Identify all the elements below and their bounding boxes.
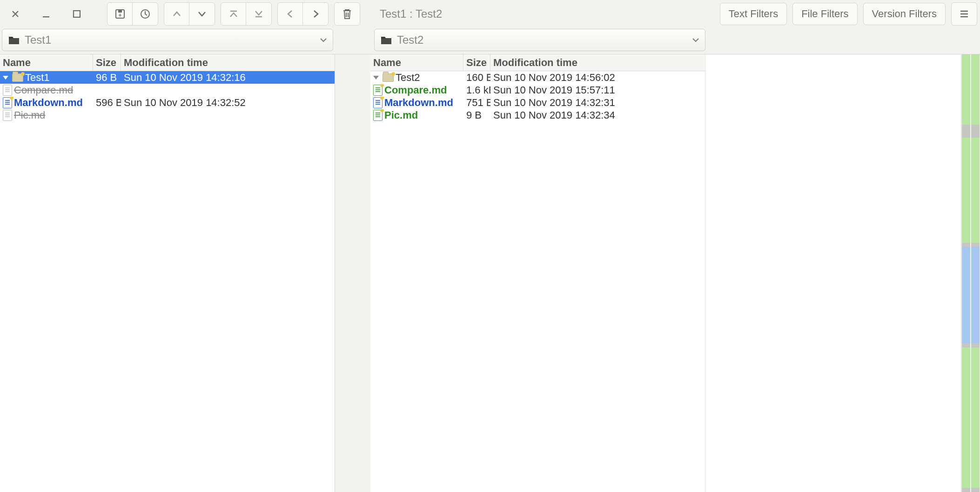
- version-filters-button[interactable]: Version Filters: [863, 3, 946, 25]
- file-name: Compare.md: [14, 84, 73, 96]
- file-icon: [3, 97, 12, 108]
- left-path-selector[interactable]: Test1: [2, 29, 333, 51]
- comparison-title: Test1 : Test2: [380, 7, 442, 20]
- maximize-button[interactable]: [64, 3, 89, 25]
- hamburger-menu-button[interactable]: [952, 3, 977, 25]
- save-group: +: [107, 2, 158, 26]
- right-header: Name Size Modification time: [370, 54, 705, 71]
- file-mtime: Sun 10 Nov 2019 14:32:34: [490, 109, 705, 121]
- new-badge-icon: [380, 84, 384, 87]
- tree-row[interactable]: Pic.md9 BSun 10 Nov 2019 14:32:34: [370, 109, 705, 121]
- diff-segment[interactable]: [971, 347, 980, 487]
- file-mtime: Sun 10 Nov 2019 14:56:02: [490, 72, 705, 84]
- col-size[interactable]: Size: [93, 54, 121, 71]
- file-size: 751 B: [463, 97, 490, 109]
- col-size[interactable]: Size: [463, 54, 490, 71]
- new-badge-icon: [380, 97, 384, 100]
- right-pane: Name Size Modification time Test2160 BSu…: [370, 54, 705, 492]
- push-left-button[interactable]: [278, 3, 303, 25]
- col-mod[interactable]: Modification time: [121, 54, 335, 71]
- tree-row[interactable]: Compare.md1.6 kBSun 10 Nov 2019 15:57:11: [370, 84, 705, 96]
- first-change-button[interactable]: [221, 3, 246, 25]
- minimize-button[interactable]: [34, 3, 59, 25]
- left-header: Name Size Modification time: [0, 54, 335, 71]
- tree-row[interactable]: Pic.md: [0, 109, 335, 121]
- new-badge-icon: [380, 109, 384, 112]
- new-badge-icon: [10, 97, 13, 100]
- tree-row[interactable]: Test2160 BSun 10 Nov 2019 14:56:02: [370, 71, 705, 84]
- push-right-button[interactable]: [303, 3, 328, 25]
- file-name: Compare.md: [384, 84, 447, 96]
- right-tree[interactable]: Test2160 BSun 10 Nov 2019 14:56:02Compar…: [370, 71, 705, 121]
- col-name[interactable]: Name: [0, 54, 93, 71]
- tree-row[interactable]: Compare.md: [0, 84, 335, 96]
- file-mtime: Sun 10 Nov 2019 14:32:52: [121, 97, 335, 109]
- file-size: 96 B: [93, 72, 121, 84]
- diff-segment[interactable]: [962, 54, 970, 125]
- col-name[interactable]: Name: [370, 54, 463, 71]
- diff-segment[interactable]: [971, 54, 980, 125]
- nav-updown-group: [164, 2, 215, 26]
- diff-segment[interactable]: [962, 138, 970, 243]
- folder-icon: [8, 35, 20, 45]
- pane-gap: [335, 54, 370, 492]
- file-size: 160 B: [463, 72, 490, 84]
- delete-group: [334, 2, 360, 26]
- file-icon: [373, 85, 383, 96]
- new-badge-icon: [391, 72, 395, 76]
- overview-blank: [705, 54, 961, 492]
- diff-segment[interactable]: [962, 247, 970, 343]
- file-name: Test2: [396, 72, 420, 84]
- svg-rect-7: [381, 39, 391, 44]
- svg-text:+: +: [118, 12, 121, 19]
- next-change-button[interactable]: [189, 3, 215, 25]
- diff-segment[interactable]: [971, 247, 980, 343]
- left-path-label: Test1: [25, 33, 51, 47]
- tree-row[interactable]: Markdown.md596 BSun 10 Nov 2019 14:32:52: [0, 96, 335, 109]
- file-size: 9 B: [463, 109, 490, 121]
- chevron-down-icon: [692, 37, 699, 43]
- new-badge-icon: [21, 72, 25, 76]
- col-mod[interactable]: Modification time: [490, 54, 705, 71]
- file-name: Pic.md: [384, 109, 418, 121]
- nav-leftright-group: [277, 2, 329, 26]
- delete-button[interactable]: [335, 3, 360, 25]
- diff-strip-left[interactable]: [962, 54, 970, 492]
- history-button[interactable]: [133, 3, 158, 25]
- svg-rect-1: [74, 11, 80, 17]
- panes: Name Size Modification time Test196 BSun…: [0, 54, 980, 492]
- expand-caret-icon[interactable]: [3, 76, 8, 80]
- diff-segment[interactable]: [962, 347, 970, 487]
- file-name: Test1: [25, 72, 50, 84]
- tree-row[interactable]: Test196 BSun 10 Nov 2019 14:32:16: [0, 71, 335, 84]
- file-name: Markdown.md: [384, 97, 453, 109]
- file-name: Pic.md: [14, 109, 45, 121]
- file-mtime: Sun 10 Nov 2019 14:32:16: [121, 72, 335, 84]
- folder-icon: [380, 35, 392, 45]
- expand-caret-icon[interactable]: [373, 76, 379, 80]
- file-mtime: Sun 10 Nov 2019 15:57:11: [490, 84, 705, 96]
- left-pane: Name Size Modification time Test196 BSun…: [0, 54, 335, 492]
- file-icon: [373, 110, 383, 121]
- diff-strips: [961, 54, 980, 492]
- toolbar: + Test1 : Test2 Te: [0, 0, 980, 28]
- folder-icon: [12, 73, 23, 82]
- file-name: Markdown.md: [14, 97, 83, 109]
- last-change-button[interactable]: [246, 3, 271, 25]
- save-button[interactable]: +: [107, 3, 133, 25]
- file-mtime: Sun 10 Nov 2019 14:32:31: [490, 97, 705, 109]
- diff-segment[interactable]: [971, 138, 980, 243]
- prev-change-button[interactable]: [164, 3, 189, 25]
- nav-firstlast-group: [221, 2, 272, 26]
- file-icon: [373, 97, 383, 108]
- left-tree[interactable]: Test196 BSun 10 Nov 2019 14:32:16Compare…: [0, 71, 335, 121]
- file-size: 596 B: [93, 97, 121, 109]
- text-filters-button[interactable]: Text Filters: [720, 3, 787, 25]
- diff-strip-right[interactable]: [971, 54, 980, 492]
- right-path-selector[interactable]: Test2: [374, 29, 705, 51]
- tree-row[interactable]: Markdown.md751 BSun 10 Nov 2019 14:32:31: [370, 96, 705, 109]
- svg-rect-0: [43, 16, 49, 17]
- close-button[interactable]: [3, 3, 28, 25]
- file-filters-button[interactable]: File Filters: [792, 3, 857, 25]
- file-size: 1.6 kB: [463, 84, 490, 96]
